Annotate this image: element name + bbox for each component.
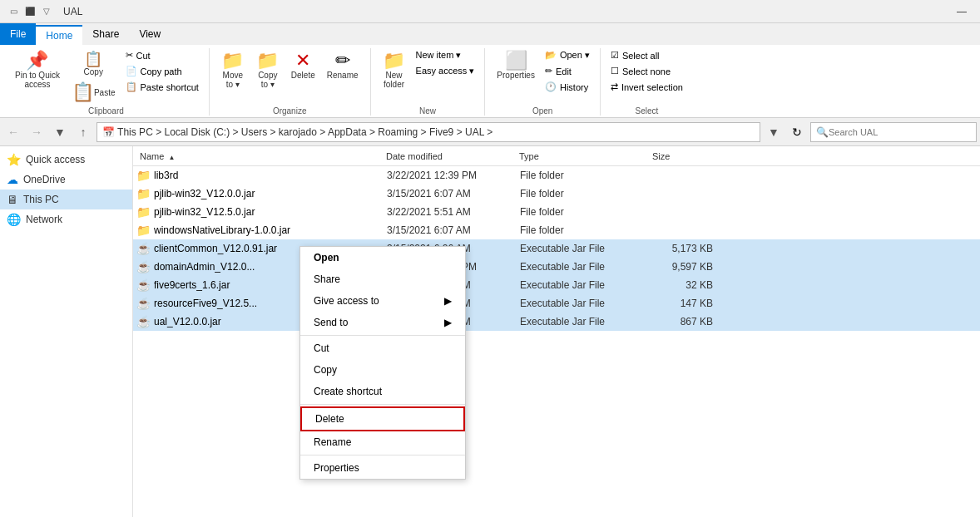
title-bar-icon-3[interactable]: ▽: [40, 5, 53, 18]
file-name: pjlib-win32_V12.5.0.jar: [154, 206, 387, 218]
delete-button[interactable]: ✕ Delete: [286, 48, 320, 83]
select-all-button[interactable]: ☑ Select all: [607, 48, 686, 62]
properties-button[interactable]: ⬜ Properties: [492, 48, 540, 83]
delete-label: Delete: [291, 71, 315, 80]
select-all-icon: ☑: [611, 50, 619, 61]
context-menu-item-label: Cut: [314, 342, 329, 354]
invert-icon: ⇄: [611, 81, 618, 92]
cut-button[interactable]: ✂ Cut: [122, 48, 202, 62]
network-icon: 🌐: [7, 213, 21, 226]
jar-icon: ☕: [136, 242, 151, 255]
history-label: History: [560, 82, 588, 92]
address-dropdown-button[interactable]: ▼: [764, 122, 784, 142]
context-menu-item-label: Rename: [314, 436, 351, 448]
new-folder-button[interactable]: 📁 Newfolder: [378, 48, 411, 92]
file-type: File folder: [520, 188, 653, 199]
file-row[interactable]: ☕five9certs_1.6.jar3/15/2021 6:06 AMExec…: [133, 276, 980, 294]
select-none-button[interactable]: ☐ Select none: [607, 64, 686, 78]
select-group-label: Select: [636, 106, 659, 116]
search-input[interactable]: [829, 127, 971, 137]
back-button[interactable]: ←: [3, 122, 23, 142]
paste-shortcut-label: Paste shortcut: [141, 82, 199, 92]
jar-icon: ☕: [136, 278, 151, 292]
tab-home[interactable]: Home: [36, 25, 82, 45]
col-name[interactable]: Name ▲: [136, 151, 386, 161]
sidebar-item-network[interactable]: 🌐 Network: [0, 209, 132, 229]
new-item-button[interactable]: New item ▾: [413, 48, 478, 62]
recent-locations-button[interactable]: ▼: [50, 122, 70, 142]
copy-path-button[interactable]: 📄 Copy path: [122, 64, 202, 78]
title-bar-icon-2[interactable]: ⬛: [23, 5, 37, 18]
col-date[interactable]: Date modified: [386, 151, 519, 161]
file-row[interactable]: 📁windowsNativeLibrary-1.0.0.jar3/15/2021…: [133, 221, 980, 239]
col-size[interactable]: Size: [652, 151, 719, 161]
edit-button[interactable]: ✏ Edit: [542, 64, 593, 78]
invert-selection-button[interactable]: ⇄ Invert selection: [607, 80, 686, 94]
title-bar-icons: ▭ ⬛ ▽: [7, 5, 53, 18]
address-bar[interactable]: 📅 This PC > Local Disk (C:) > Users > ka…: [97, 122, 760, 142]
jar-icon: ☕: [136, 260, 151, 273]
context-menu-item-cut[interactable]: Cut: [300, 337, 465, 359]
context-menu-item-send-to[interactable]: Send to▶: [300, 312, 465, 333]
context-menu-item-share[interactable]: Share: [300, 268, 465, 290]
copy-to-button[interactable]: 📁 Copyto ▾: [251, 48, 285, 92]
delete-icon: ✕: [295, 52, 310, 70]
folder-icon: 📁: [136, 187, 151, 200]
search-box[interactable]: 🔍: [810, 122, 977, 142]
copy-button[interactable]: 📋 Copy: [67, 48, 121, 80]
paste-shortcut-button[interactable]: 📋 Paste shortcut: [122, 80, 202, 94]
sidebar-item-onedrive[interactable]: ☁ OneDrive: [0, 170, 132, 190]
paste-button[interactable]: 📋 Paste: [67, 80, 121, 105]
ribbon-group-new: 📁 Newfolder New item ▾ Easy access ▾ New: [371, 48, 486, 116]
file-row[interactable]: ☕resourceFive9_V12.5...3/15/2021 6:06 AM…: [133, 294, 980, 313]
file-row[interactable]: ☕ual_V12.0.0.jar3/15/2021 6:05 AMExecuta…: [133, 313, 980, 331]
properties-label: Properties: [497, 71, 535, 80]
history-button[interactable]: 🕐 History: [542, 80, 593, 94]
sidebar-item-this-pc[interactable]: 🖥 This PC: [0, 190, 132, 209]
file-type: Executable Jar File: [520, 261, 653, 273]
context-menu-item-rename[interactable]: Rename: [300, 431, 465, 453]
tab-view[interactable]: View: [129, 23, 171, 45]
file-name: pjlib-win32_V12.0.0.jar: [154, 188, 387, 199]
pin-quick-access-button[interactable]: 📌 Pin to Quickaccess: [10, 48, 65, 92]
copy-path-icon: 📄: [126, 66, 137, 76]
address-area: ← → ▼ ↑ 📅 This PC > Local Disk (C:) > Us…: [0, 118, 980, 146]
up-button[interactable]: ↑: [73, 122, 93, 142]
folder-icon: 📁: [136, 169, 151, 182]
file-type: Executable Jar File: [520, 279, 653, 291]
window-close-button[interactable]: —: [950, 4, 973, 19]
tab-file[interactable]: File: [0, 23, 36, 45]
new-folder-icon: 📁: [383, 52, 405, 70]
paste-shortcut-icon: 📋: [126, 81, 137, 92]
open-group-label: Open: [532, 106, 552, 116]
file-row[interactable]: ☕clientCommon_V12.0.91.jar3/15/2021 6:06…: [133, 239, 980, 258]
easy-access-button[interactable]: Easy access ▾: [413, 64, 478, 78]
jar-icon: ☕: [136, 297, 151, 310]
context-menu-item-delete[interactable]: Delete: [300, 406, 465, 431]
context-menu-item-open[interactable]: Open: [300, 247, 465, 268]
file-row[interactable]: 📁pjlib-win32_V12.0.0.jar3/15/2021 6:07 A…: [133, 185, 980, 203]
open-dropdown-button[interactable]: 📂 Open ▾: [542, 48, 593, 62]
context-menu-item-copy[interactable]: Copy: [300, 359, 465, 381]
title-bar-icon-1[interactable]: ▭: [7, 5, 20, 18]
move-to-button[interactable]: 📁 Moveto ▾: [216, 48, 250, 92]
ribbon-content: 📌 Pin to Quickaccess 📋 Copy 📋 Paste ✂ Cu…: [0, 45, 980, 118]
col-type[interactable]: Type: [519, 151, 652, 161]
sidebar-item-quick-access[interactable]: ⭐ Quick access: [0, 150, 132, 170]
rename-button[interactable]: ✏ Rename: [322, 48, 364, 83]
refresh-button[interactable]: ↻: [787, 122, 807, 142]
title-bar-title: UAL: [63, 6, 82, 17]
ribbon-group-organize: 📁 Moveto ▾ 📁 Copyto ▾ ✕ Delete ✏ Rename …: [210, 48, 371, 116]
file-list-header: Name ▲ Date modified Type Size: [133, 146, 980, 166]
context-menu-item-give-access[interactable]: Give access to▶: [300, 290, 465, 312]
copy-to-icon: 📁: [256, 52, 279, 70]
tab-share[interactable]: Share: [82, 23, 129, 45]
context-menu-item-create-shortcut[interactable]: Create shortcut: [300, 381, 465, 402]
context-menu-item-properties[interactable]: Properties: [300, 457, 465, 479]
file-row[interactable]: ☕domainAdmin_V12.0...3/22/2021 12:39 PME…: [133, 258, 980, 276]
onedrive-icon: ☁: [7, 173, 18, 186]
file-row[interactable]: 📁pjlib-win32_V12.5.0.jar3/22/2021 5:51 A…: [133, 203, 980, 221]
file-row[interactable]: 📁lib3rd3/22/2021 12:39 PMFile folder: [133, 166, 980, 185]
move-icon: 📁: [221, 52, 244, 70]
forward-button[interactable]: →: [27, 122, 47, 142]
